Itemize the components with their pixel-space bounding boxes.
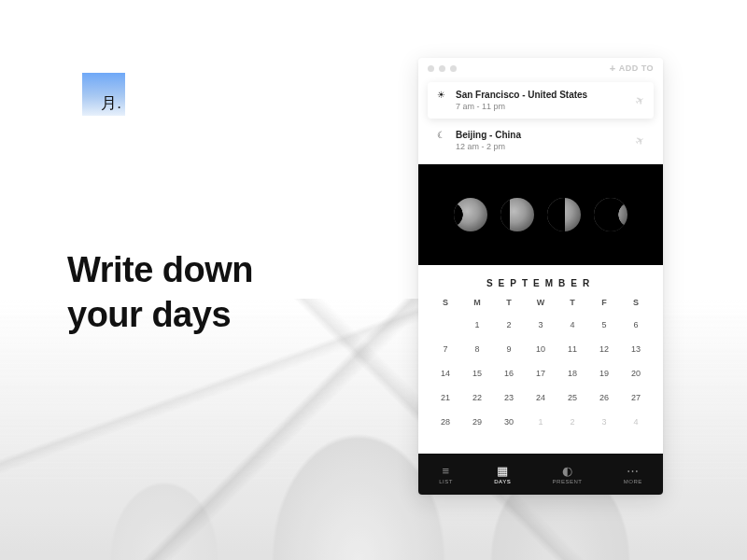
month-label: SEPTEMBER bbox=[430, 278, 652, 288]
dow-header: T bbox=[493, 298, 525, 307]
app-logo: 月. bbox=[82, 73, 125, 116]
calendar-day[interactable]: 25 bbox=[557, 391, 588, 404]
headline-line2: your days bbox=[67, 293, 253, 338]
tab-label: MORE bbox=[624, 479, 642, 484]
location-name: Beijing - China bbox=[456, 130, 521, 140]
window-titlebar: + ADD TO bbox=[418, 58, 663, 78]
location-time: 7 am - 11 pm bbox=[456, 102, 587, 111]
dow-header: F bbox=[588, 298, 620, 307]
locations-panel: ☀ San Francisco - United States 7 am - 1… bbox=[418, 78, 663, 164]
close-dot[interactable] bbox=[428, 65, 434, 72]
headline: Write down your days bbox=[67, 248, 253, 337]
moon-phase-strip bbox=[418, 164, 663, 265]
calendar-day[interactable]: 16 bbox=[493, 367, 525, 380]
calendar-day[interactable]: 19 bbox=[588, 367, 620, 380]
calendar-day[interactable]: 9 bbox=[493, 343, 525, 356]
calendar-day[interactable]: 3 bbox=[588, 415, 620, 428]
moon-phase-4 bbox=[594, 198, 627, 231]
calendar-day[interactable]: 27 bbox=[620, 391, 652, 404]
app-window: + ADD TO ☀ San Francisco - United States… bbox=[418, 58, 663, 495]
zoom-dot[interactable] bbox=[450, 65, 457, 72]
calendar-day[interactable]: 13 bbox=[620, 343, 652, 356]
calendar-day[interactable]: 28 bbox=[430, 415, 461, 428]
calendar-day[interactable]: 10 bbox=[525, 343, 557, 356]
calendar-day[interactable]: 20 bbox=[620, 367, 652, 380]
present-icon: ◐ bbox=[562, 465, 573, 477]
plane-icon: ✈ bbox=[632, 92, 647, 108]
tab-days[interactable]: ▦DAYS bbox=[494, 465, 511, 484]
dow-header: S bbox=[620, 298, 652, 307]
location-card-secondary[interactable]: ☾ Beijing - China 12 am - 2 pm ✈ bbox=[428, 122, 654, 159]
add-to-button[interactable]: + ADD TO bbox=[610, 63, 654, 74]
calendar-day[interactable]: 8 bbox=[461, 343, 493, 356]
list-icon: ≡ bbox=[442, 465, 449, 477]
tab-label: DAYS bbox=[494, 479, 511, 484]
calendar-day[interactable]: 30 bbox=[493, 415, 525, 428]
calendar-day[interactable]: 5 bbox=[588, 318, 620, 331]
dow-header: T bbox=[557, 298, 588, 307]
minimize-dot[interactable] bbox=[439, 65, 445, 72]
calendar-day[interactable]: 4 bbox=[620, 415, 652, 428]
calendar-day[interactable]: 22 bbox=[461, 391, 493, 404]
headline-line1: Write down bbox=[67, 248, 253, 293]
calendar-day[interactable]: 24 bbox=[525, 391, 557, 404]
calendar-day[interactable]: 2 bbox=[557, 415, 588, 428]
calendar-day[interactable]: 4 bbox=[557, 318, 588, 331]
calendar-day bbox=[430, 318, 461, 331]
add-to-label: ADD TO bbox=[619, 63, 654, 73]
calendar-day[interactable]: 26 bbox=[588, 391, 620, 404]
days-icon: ▦ bbox=[497, 465, 509, 477]
calendar-day[interactable]: 14 bbox=[430, 367, 461, 380]
dow-header: W bbox=[525, 298, 557, 307]
more-icon: ⋯ bbox=[627, 465, 640, 477]
calendar: SEPTEMBER SMTWTFS12345678910111213141516… bbox=[418, 265, 663, 454]
calendar-day[interactable]: 1 bbox=[525, 415, 557, 428]
location-card-primary[interactable]: ☀ San Francisco - United States 7 am - 1… bbox=[428, 82, 654, 119]
logo-text: 月. bbox=[101, 92, 121, 114]
moon-phase-1 bbox=[454, 198, 487, 231]
calendar-day[interactable]: 21 bbox=[430, 391, 461, 404]
calendar-day[interactable]: 29 bbox=[461, 415, 493, 428]
calendar-day[interactable]: 1 bbox=[461, 318, 493, 331]
location-name: San Francisco - United States bbox=[456, 90, 587, 100]
calendar-day[interactable]: 6 bbox=[620, 318, 652, 331]
calendar-day[interactable]: 2 bbox=[493, 318, 525, 331]
calendar-grid: SMTWTFS123456789101112131415161718192021… bbox=[430, 298, 652, 428]
tab-list[interactable]: ≡LIST bbox=[439, 465, 453, 484]
moon-phase-3 bbox=[547, 198, 581, 231]
moon-icon: ☾ bbox=[437, 130, 448, 140]
calendar-day[interactable]: 15 bbox=[461, 367, 493, 380]
calendar-day[interactable]: 11 bbox=[557, 343, 588, 356]
tab-more[interactable]: ⋯MORE bbox=[624, 465, 642, 484]
plus-icon: + bbox=[610, 63, 616, 74]
calendar-day[interactable]: 18 bbox=[557, 367, 588, 380]
tab-present[interactable]: ◐PRESENT bbox=[553, 465, 583, 484]
tab-label: LIST bbox=[439, 479, 453, 484]
calendar-day[interactable]: 3 bbox=[525, 318, 557, 331]
location-time: 12 am - 2 pm bbox=[456, 142, 521, 151]
calendar-day[interactable]: 17 bbox=[525, 367, 557, 380]
dow-header: S bbox=[430, 298, 461, 307]
calendar-day[interactable]: 23 bbox=[493, 391, 525, 404]
calendar-day[interactable]: 12 bbox=[588, 343, 620, 356]
sun-icon: ☀ bbox=[437, 90, 448, 100]
bottom-tabbar: ≡LIST▦DAYS◐PRESENT⋯MORE bbox=[418, 454, 663, 495]
traffic-lights[interactable] bbox=[428, 65, 457, 72]
dow-header: M bbox=[461, 298, 493, 307]
plane-icon: ✈ bbox=[632, 133, 647, 148]
tab-label: PRESENT bbox=[553, 479, 583, 484]
moon-phase-2 bbox=[500, 198, 534, 231]
calendar-day[interactable]: 7 bbox=[430, 343, 461, 356]
